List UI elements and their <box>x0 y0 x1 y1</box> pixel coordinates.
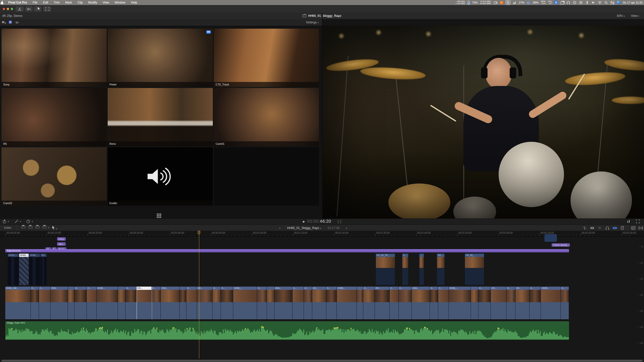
viewer-zoom-menu[interactable]: 83%▾ <box>617 14 625 18</box>
storyline-clip[interactable]: HH... <box>515 287 530 319</box>
mem-readout[interactable]: MEM41% <box>541 1 546 5</box>
angle-cell[interactable]: Cam02 <box>2 147 107 206</box>
menu-item[interactable]: File <box>33 1 37 4</box>
volume-icon[interactable] <box>592 1 595 5</box>
menu-item[interactable]: Clip <box>77 1 83 4</box>
storyline-clip[interactable]: HH6... <box>274 287 293 319</box>
connected-clip[interactable]: HH... <box>437 253 445 285</box>
storyline-clip[interactable]: H... <box>478 287 491 319</box>
viewer-view-menu[interactable]: View▾ <box>631 14 639 18</box>
angle-cell[interactable]: Sony <box>2 29 107 87</box>
storyline-clip[interactable]: HH6... <box>412 287 430 319</box>
transitions-browser-icon[interactable] <box>638 226 643 230</box>
menu-item[interactable]: Final Cut Pro <box>8 1 27 4</box>
snapping-icon[interactable] <box>613 226 617 230</box>
storyline-clip[interactable]: H... <box>221 287 233 319</box>
storyline-clip[interactable]: H... <box>87 287 97 319</box>
timeline-hscrollbar-thumb[interactable] <box>2 360 642 362</box>
storyline-clip[interactable]: H... <box>31 287 39 319</box>
disk-throughput[interactable]: R 43,3 MB/sW 48,5 MB/s <box>480 1 491 5</box>
playhead-handle[interactable] <box>198 231 200 234</box>
display-video-audio-icon[interactable] <box>2 21 6 25</box>
storyline-clip[interactable]: H... <box>213 287 221 319</box>
network-throughput[interactable]: ↑ 380 KB/s↓ 10,6 MB/s <box>455 1 465 5</box>
control-center-icon[interactable] <box>611 1 614 5</box>
play-icon[interactable]: ▶ <box>303 220 305 223</box>
cpu-meter-icon[interactable] <box>513 1 516 4</box>
menu-item[interactable]: Modify <box>88 1 97 4</box>
angle-cell[interactable]: Cam01 <box>214 88 319 146</box>
menu-item[interactable]: Help <box>131 1 137 4</box>
retime-button[interactable]: ▾ <box>26 219 33 223</box>
menu-item[interactable]: Trim <box>54 1 60 4</box>
connected-clip[interactable]: ... <box>419 253 424 285</box>
marker-chip[interactable]: Ferry... <box>57 237 66 241</box>
import-media-button[interactable] <box>16 6 24 12</box>
storyline-clip[interactable]: HH65_... <box>449 287 471 319</box>
storyline-clip[interactable]: HH65... <box>337 287 357 319</box>
app-status-icon[interactable] <box>500 1 503 4</box>
av-output-button[interactable] <box>43 6 51 12</box>
timeline-project-menu[interactable]: HH65_01_Skiggy_Rapz▾ <box>287 226 321 230</box>
viewer-expand-button[interactable] <box>636 219 640 223</box>
storyline-clip[interactable]: HH... <box>312 287 326 319</box>
display-audio-only-icon[interactable] <box>15 21 19 25</box>
angle-layout-button[interactable] <box>156 213 162 218</box>
window-manager-icon[interactable] <box>560 2 564 5</box>
storyline-clip[interactable]: HH65_Alle... <box>5 287 31 319</box>
playhead[interactable] <box>199 231 199 358</box>
record-icon[interactable] <box>579 1 583 5</box>
storyline-clip[interactable]: H... <box>530 287 541 319</box>
timeline-area[interactable]: 00:00:00:0000:00:10:0000:00:20:0000:00:3… <box>0 231 644 359</box>
storyline-clip[interactable]: HH... <box>197 287 213 319</box>
app-d-icon[interactable]: D <box>554 1 558 4</box>
storyline-clip[interactable] <box>68 287 74 319</box>
notes-icon[interactable] <box>620 226 625 230</box>
storyline-clip[interactable]: HH... <box>137 287 152 319</box>
storyline-clip[interactable]: HH... <box>491 287 506 319</box>
gpu-percent[interactable]: 88% <box>533 1 539 4</box>
storyline-clip[interactable] <box>118 287 125 319</box>
angle-cell[interactable]: Pieter <box>108 29 213 87</box>
storyline-clip[interactable] <box>471 287 478 319</box>
storyline-clip[interactable]: HH65... <box>541 287 561 319</box>
skimming-icon[interactable] <box>582 226 587 230</box>
storyline-clip[interactable]: HH6... <box>51 287 68 319</box>
battery-percent[interactable]: 73% <box>472 1 478 4</box>
storyline-clip[interactable]: H... <box>74 287 87 319</box>
storyline-clip[interactable]: H... <box>506 287 515 319</box>
timeline-back-button[interactable]: ‹ <box>279 226 280 230</box>
headphones-icon[interactable] <box>567 1 570 5</box>
connected-clip[interactable]: HH_65_R5_... <box>376 253 395 285</box>
browser-globe-icon[interactable] <box>617 1 620 4</box>
keyword-editor-button[interactable] <box>25 6 33 12</box>
storyline-clip[interactable]: H... <box>399 287 412 319</box>
storyline-clip[interactable]: HH... <box>375 287 390 319</box>
clip-skimming-icon[interactable] <box>590 226 594 230</box>
connected-clip[interactable]: H... <box>402 253 409 285</box>
clock-icon[interactable] <box>573 1 577 5</box>
battery-gauge-icon[interactable] <box>468 1 470 5</box>
storyline-clip[interactable] <box>357 287 363 319</box>
music-audio-clip[interactable]: Skiggy_Rapz MX2 <box>5 321 569 340</box>
credit-title-chip[interactable]: ©2024 dutchp... <box>552 243 570 247</box>
angle-cell[interactable]: R5 <box>2 88 107 146</box>
storyline-clip[interactable]: HH65_... <box>233 287 257 319</box>
wifi-icon[interactable] <box>598 1 602 5</box>
apple-menu-icon[interactable] <box>1 1 4 4</box>
storyline-clip[interactable]: H... <box>363 287 375 319</box>
angle-cell[interactable]: Rens <box>108 88 213 146</box>
spotlight-icon[interactable] <box>604 1 608 5</box>
audio-meters-toggle[interactable] <box>627 219 630 223</box>
storyline-clip[interactable]: H... <box>430 287 438 319</box>
storyline-clip[interactable]: H... <box>126 287 137 319</box>
solo-icon[interactable] <box>605 226 610 230</box>
angle-settings-menu[interactable]: Settings▾ <box>306 21 319 24</box>
storyline-clip[interactable]: HH65... <box>97 287 118 319</box>
connected-clip[interactable] <box>545 234 557 242</box>
menu-item[interactable]: Mark <box>65 1 72 4</box>
menu-item[interactable]: Edit <box>43 1 48 4</box>
angle-cell[interactable]: Exalto <box>108 147 213 206</box>
audio-skimming-icon[interactable] <box>597 226 602 230</box>
menubar-clock[interactable]: Do 17 apr 11:35 <box>623 1 642 4</box>
